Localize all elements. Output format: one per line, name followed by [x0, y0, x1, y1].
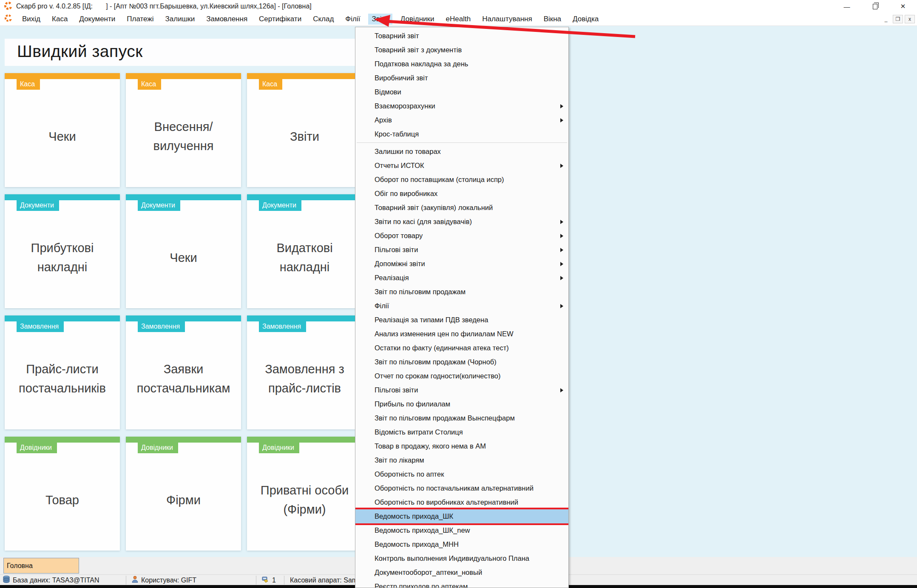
tile-category-bar: [247, 194, 362, 200]
dropdown-item[interactable]: Обіг по виробниках: [355, 187, 568, 201]
dropdown-item[interactable]: Документооборот_аптеки_новый: [355, 565, 568, 579]
app-logo-icon: [4, 1, 13, 12]
dropdown-item-label: Реалізація за типами ПДВ зведена: [375, 316, 488, 324]
quick-launch-tile[interactable]: Довідники Фірми: [126, 437, 241, 551]
dropdown-item[interactable]: Контроль выполнения Индивидуального План…: [355, 551, 568, 565]
menubar-item[interactable]: Довідники: [397, 14, 438, 25]
dropdown-item[interactable]: Відмови: [355, 85, 568, 99]
dropdown-item[interactable]: Товарний звіт (закупівля) локальний: [355, 201, 568, 215]
dropdown-item[interactable]: Звіт по лікарям: [355, 453, 568, 467]
menubar-item[interactable]: Платежі: [123, 14, 157, 25]
dropdown-item[interactable]: Отчеты ИСТОК: [355, 159, 568, 173]
dropdown-item[interactable]: Отчет по срокам годности(количество): [355, 369, 568, 383]
dropdown-item[interactable]: Ведомость прихода_МНН: [355, 537, 568, 551]
dropdown-item[interactable]: Філії: [355, 299, 568, 313]
dropdown-item-label: Звіт по пільговим продажам: [375, 288, 466, 295]
status-separator: [284, 576, 284, 585]
minimize-button[interactable]: —: [833, 0, 861, 13]
tab-golovna[interactable]: Головна: [3, 558, 79, 574]
dropdown-item[interactable]: Архів: [355, 113, 568, 127]
dropdown-item[interactable]: Оборот по поставщикам (столица испр): [355, 173, 568, 187]
dropdown-item[interactable]: Крос-таблиця: [355, 127, 568, 141]
menubar-item[interactable]: Документи: [76, 14, 119, 25]
menubar-item[interactable]: Замовлення: [203, 14, 251, 25]
dropdown-item[interactable]: Допоміжні звіти: [355, 257, 568, 271]
mdi-close-button[interactable]: x: [905, 15, 915, 23]
quick-launch-tile[interactable]: Довідники Приватні особи (Фірми): [247, 437, 362, 551]
dropdown-item[interactable]: Виробничий звіт: [355, 71, 568, 85]
tile-category-tag: Документи: [138, 200, 180, 211]
dropdown-item[interactable]: Пільгові звіти: [355, 243, 568, 257]
menubar-item[interactable]: Залишки: [162, 14, 199, 25]
dropdown-item[interactable]: Відомість витрати Столиця: [355, 425, 568, 439]
menubar-item[interactable]: Каса: [48, 14, 71, 25]
quick-launch-tile[interactable]: Довідники Товар: [5, 437, 120, 551]
quick-launch-tile[interactable]: Замовлення Заявки постачальникам: [126, 315, 241, 429]
quick-launch-tile[interactable]: Каса Чеки: [5, 73, 120, 187]
dropdown-item[interactable]: Податкова накладна за день: [355, 57, 568, 71]
menubar-item[interactable]: Склад: [309, 14, 337, 25]
dropdown-item-highlighted[interactable]: Ведомость прихода_ШК: [355, 509, 568, 523]
menubar-item[interactable]: Довідка: [569, 14, 602, 25]
user-icon: [132, 576, 138, 585]
mdi-minimize-button[interactable]: _: [881, 15, 891, 23]
page-title: Швидкий запуск: [17, 42, 143, 61]
menubar-item[interactable]: Вікна: [540, 14, 565, 25]
tile-category-tag: Документи: [17, 200, 59, 211]
quick-launch-tile[interactable]: Документи Прибуткові накладні: [5, 194, 120, 308]
dropdown-item-label: Виробничий звіт: [375, 74, 428, 82]
dropdown-item[interactable]: Реалізація: [355, 271, 568, 285]
dropdown-item-label: Архів: [375, 116, 392, 124]
quick-launch-tile[interactable]: Документи Чеки: [126, 194, 241, 308]
tile-category-tag: Замовлення: [17, 321, 64, 332]
dropdown-item[interactable]: Остатки по факту (единичная атека тест): [355, 341, 568, 355]
dropdown-item[interactable]: Оборотність по виробниках альтернативний: [355, 495, 568, 509]
tile-category-tag: Каса: [17, 79, 40, 90]
dropdown-item[interactable]: Залишки по товарах: [355, 145, 568, 159]
dropdown-item[interactable]: Звіти по касі (для завідувачів): [355, 215, 568, 229]
tile-label: Фірми: [130, 455, 237, 545]
dropdown-item-label: Оборотність по виробниках альтернативний: [375, 498, 518, 506]
mdi-restore-button[interactable]: ❐: [893, 15, 903, 23]
dropdown-item-label: Пільгові звіти: [375, 386, 418, 394]
dropdown-item[interactable]: Реєстр приходов по аптекам: [355, 579, 568, 588]
menubar-item[interactable]: Звіти: [368, 14, 392, 25]
restore-button[interactable]: [861, 0, 889, 13]
database-icon: [3, 576, 10, 585]
quick-launch-tile[interactable]: Каса Звіти: [247, 73, 362, 187]
close-button[interactable]: ✕: [889, 0, 917, 13]
quick-launch-tile[interactable]: Каса Внесення/вилучення: [126, 73, 241, 187]
dropdown-item[interactable]: Прибыль по филиалам: [355, 397, 568, 411]
dropdown-item-label: Прибыль по филиалам: [375, 400, 450, 408]
dropdown-item[interactable]: Звіт по пільговим продажам (Чорноб): [355, 355, 568, 369]
menubar-item[interactable]: Налаштування: [479, 14, 536, 25]
dropdown-item[interactable]: Оборотність по аптек: [355, 467, 568, 481]
submenu-arrow-icon: [560, 118, 563, 122]
menubar-item[interactable]: Філії: [342, 14, 363, 25]
dropdown-item-label: Оборот по поставщикам (столица испр): [375, 176, 504, 183]
dropdown-item[interactable]: Анализ изменения цен по филиалам NEW: [355, 327, 568, 341]
menubar-item[interactable]: Сертифікати: [256, 14, 305, 25]
tile-category-tag: Довідники: [138, 443, 178, 453]
dropdown-item[interactable]: Пільгові звіти: [355, 383, 568, 397]
tile-category-bar: [126, 194, 241, 200]
dropdown-item[interactable]: Взаєморозрахунки: [355, 99, 568, 113]
quick-launch-tile[interactable]: Замовлення Прайс-листи постачальників: [5, 315, 120, 429]
menubar-item[interactable]: eHealth: [443, 14, 474, 25]
dropdown-item[interactable]: Товарний звіт з документів: [355, 43, 568, 57]
quick-launch-tile[interactable]: Замовлення Замовлення з прайс-листів: [247, 315, 362, 429]
dropdown-item[interactable]: Оборот товару: [355, 229, 568, 243]
dropdown-item-label: Товарний звіт з документів: [375, 46, 462, 54]
menubar-item[interactable]: Вихід: [19, 14, 44, 25]
submenu-arrow-icon: [560, 220, 563, 224]
tile-category-bar: [5, 315, 120, 321]
dropdown-item[interactable]: Звіт по пільговим продажам: [355, 285, 568, 299]
dropdown-item[interactable]: Ведомость прихода_ШК_new: [355, 523, 568, 537]
dropdown-item[interactable]: Товарний звіт: [355, 29, 568, 43]
dropdown-item[interactable]: Звіт по пільговим продажам Вынспецфарм: [355, 411, 568, 425]
dropdown-item[interactable]: Оборотність по постачальникам альтернати…: [355, 481, 568, 495]
dropdown-item[interactable]: Реалізація за типами ПДВ зведена: [355, 313, 568, 327]
quick-launch-tile[interactable]: Документи Видаткові накладні: [247, 194, 362, 308]
dropdown-item[interactable]: Товар в продажу, якого нема в АМ: [355, 439, 568, 453]
dropdown-item-label: Оборот товару: [375, 232, 423, 239]
